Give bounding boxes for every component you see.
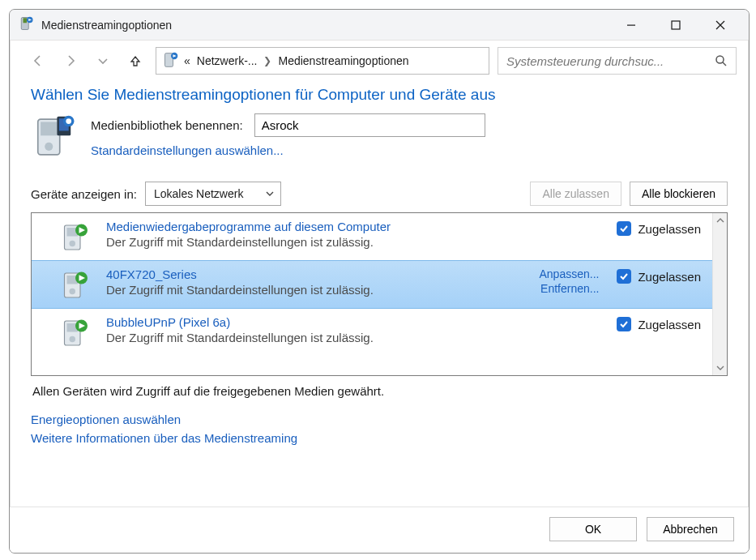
- search-input[interactable]: Systemsteuerung durchsuc...: [498, 47, 737, 75]
- svg-rect-4: [672, 21, 680, 29]
- svg-point-21: [70, 289, 76, 295]
- chevron-right-icon: ❯: [263, 55, 271, 66]
- window-title: Medienstreamingoptionen: [41, 19, 172, 32]
- scroll-down-button[interactable]: [713, 361, 727, 375]
- device-name-link[interactable]: BubbleUPnP (Pixel 6a): [106, 315, 602, 329]
- choose-defaults-link[interactable]: Standardeinstellungen auswählen...: [91, 143, 485, 157]
- cancel-button[interactable]: Abbrechen: [647, 517, 734, 541]
- svg-point-17: [70, 241, 76, 247]
- more-info-link[interactable]: Weitere Informationen über das Medienstr…: [31, 431, 728, 445]
- search-placeholder: Systemsteuerung durchsuc...: [506, 54, 707, 68]
- minimize-button[interactable]: [613, 10, 650, 41]
- device-list: Medienwiedergabeprogramme auf diesem Com…: [32, 213, 712, 375]
- svg-point-7: [716, 56, 724, 63]
- allowed-label: Zugelassen: [638, 270, 701, 284]
- device-list-panel: Medienwiedergabeprogramme auf diesem Com…: [31, 212, 728, 376]
- allowed-checkbox[interactable]: [617, 269, 631, 284]
- show-devices-label: Geräte anzeigen in:: [31, 187, 137, 201]
- bottom-links: Energieoptionen auswählen Weitere Inform…: [31, 413, 728, 445]
- device-icon: [59, 269, 92, 301]
- footer: OK Abbrechen: [10, 507, 749, 553]
- library-section: Medienbibliothek benennen: Standardeinst…: [31, 113, 728, 160]
- back-button[interactable]: [26, 49, 50, 73]
- titlebar: Medienstreamingoptionen: [10, 10, 749, 41]
- status-line: Allen Geräten wird Zugriff auf die freig…: [32, 384, 726, 398]
- device-icon: [59, 317, 92, 349]
- library-icon: [31, 113, 78, 160]
- device-description: Der Zugriff mit Standardeinstellungen is…: [106, 283, 525, 297]
- block-all-button[interactable]: Alle blockieren: [630, 182, 728, 206]
- device-name-link[interactable]: Medienwiedergabeprogramme auf diesem Com…: [106, 220, 602, 233]
- library-name-label: Medienbibliothek benennen:: [91, 118, 243, 132]
- svg-rect-3: [627, 24, 635, 25]
- device-name-link[interactable]: 40FX720_Series: [106, 267, 525, 281]
- recent-locations-button[interactable]: [91, 49, 115, 73]
- window-root: Medienstreamingoptionen: [9, 9, 750, 554]
- device-row[interactable]: BubbleUPnP (Pixel 6a) Der Zugriff mit St…: [32, 309, 712, 356]
- scroll-up-button[interactable]: [713, 213, 727, 228]
- svg-rect-1: [23, 18, 28, 23]
- power-options-link[interactable]: Energieoptionen auswählen: [31, 413, 728, 426]
- close-button[interactable]: [702, 10, 739, 41]
- allow-all-button[interactable]: Alle zulassen: [530, 182, 621, 206]
- svg-point-25: [70, 336, 76, 343]
- dropdown-value: Lokales Netzwerk: [154, 187, 259, 200]
- chevron-down-icon: [266, 190, 274, 198]
- media-options-icon: [19, 16, 34, 33]
- device-description: Der Zugriff mit Standardeinstellungen is…: [106, 235, 602, 249]
- remove-link[interactable]: Entfernen...: [540, 282, 599, 295]
- allowed-label: Zugelassen: [638, 318, 701, 331]
- device-row[interactable]: Medienwiedergabeprogramme auf diesem Com…: [32, 213, 712, 260]
- device-controls-row: Geräte anzeigen in: Lokales Netzwerk All…: [31, 182, 728, 206]
- device-row[interactable]: 40FX720_Series Der Zugriff mit Standarde…: [32, 260, 712, 309]
- address-bar[interactable]: « Netzwerk-... ❯ Medienstreamingoptionen: [156, 47, 489, 75]
- allowed-checkbox[interactable]: [617, 221, 631, 236]
- navbar: « Netzwerk-... ❯ Medienstreamingoptionen…: [10, 41, 749, 83]
- svg-rect-9: [41, 122, 57, 135]
- breadcrumb-item[interactable]: Medienstreamingoptionen: [278, 54, 408, 67]
- svg-point-10: [45, 143, 53, 151]
- device-icon: [59, 221, 92, 254]
- forward-button[interactable]: [58, 49, 83, 73]
- content: Wählen Sie Medienstreamingoptionen für C…: [10, 83, 749, 507]
- allowed-label: Zugelassen: [638, 222, 701, 236]
- ok-button[interactable]: OK: [549, 517, 637, 541]
- address-icon: [163, 52, 179, 71]
- maximize-button[interactable]: [657, 10, 694, 41]
- library-name-field[interactable]: [254, 113, 485, 137]
- svg-point-14: [66, 118, 71, 124]
- allowed-checkbox[interactable]: [617, 317, 631, 331]
- scrollbar[interactable]: [712, 213, 727, 375]
- breadcrumb: « Netzwerk-... ❯ Medienstreamingoptionen: [184, 54, 482, 67]
- breadcrumb-item[interactable]: Netzwerk-...: [197, 54, 258, 67]
- breadcrumb-prefix: «: [184, 54, 190, 67]
- search-icon: [715, 54, 728, 67]
- up-button[interactable]: [123, 49, 147, 73]
- page-title: Wählen Sie Medienstreamingoptionen für C…: [31, 86, 728, 104]
- device-description: Der Zugriff mit Standardeinstellungen is…: [106, 331, 602, 344]
- customize-link[interactable]: Anpassen...: [540, 267, 600, 280]
- show-devices-dropdown[interactable]: Lokales Netzwerk: [145, 182, 281, 206]
